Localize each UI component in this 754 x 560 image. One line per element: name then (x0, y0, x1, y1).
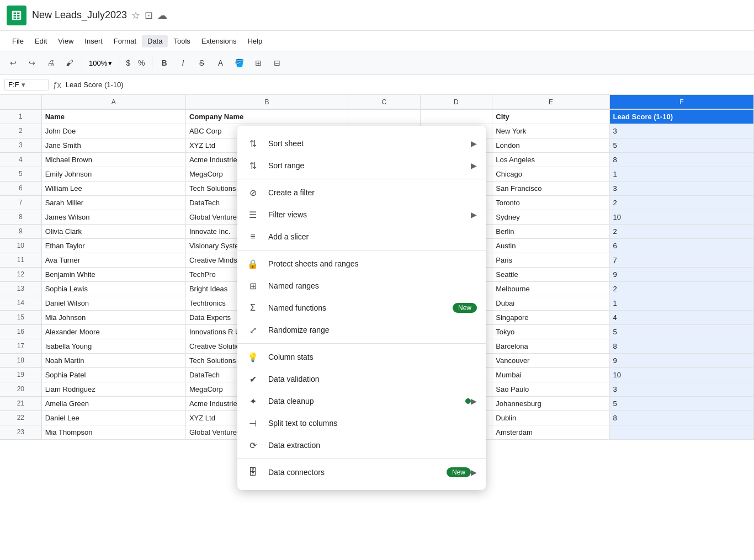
cell-22-f[interactable]: 8 (609, 410, 753, 425)
strikethrough-button[interactable]: S (193, 54, 211, 72)
cell-21-f[interactable]: 5 (609, 396, 753, 410)
cell-17-a[interactable]: Isabella Young (41, 339, 185, 353)
menu-view[interactable]: View (52, 35, 79, 47)
menu-item-named-ranges[interactable]: ⊞ Named ranges (237, 275, 486, 297)
cell-23-e[interactable]: Amsterdam (492, 425, 609, 439)
print-button[interactable]: 🖨 (42, 54, 60, 72)
cell-1-f[interactable]: Lead Score (1-10) (609, 109, 753, 124)
col-header-b[interactable]: B (185, 95, 348, 109)
cell-8-e[interactable]: Sydney (492, 210, 609, 224)
cloud-icon[interactable]: ☁ (157, 9, 167, 22)
menu-data[interactable]: Data (142, 35, 168, 47)
cell-16-a[interactable]: Alexander Moore (41, 324, 185, 339)
menu-item-named-funcs[interactable]: Σ Named functions New (237, 297, 486, 319)
cell-7-a[interactable]: Sarah Miller (41, 195, 185, 210)
cell-22-e[interactable]: Dublin (492, 410, 609, 425)
cell-8-f[interactable]: 10 (609, 210, 753, 224)
cell-18-a[interactable]: Noah Martin (41, 353, 185, 367)
col-header-d[interactable]: D (420, 95, 492, 109)
col-header-e[interactable]: E (492, 95, 609, 109)
cell-9-f[interactable]: 2 (609, 224, 753, 238)
cell-20-a[interactable]: Liam Rodriguez (41, 382, 185, 396)
cell-2-e[interactable]: New York (492, 124, 609, 138)
text-color-button[interactable]: A (212, 54, 230, 72)
fill-color-button[interactable]: 🪣 (231, 54, 248, 72)
menu-format[interactable]: Format (108, 35, 142, 47)
menu-file[interactable]: File (7, 35, 29, 47)
cell-4-f[interactable]: 8 (609, 152, 753, 167)
merge-button[interactable]: ⊟ (268, 54, 286, 72)
col-header-f[interactable]: F (609, 95, 753, 109)
menu-item-sort-range[interactable]: ⇅ Sort range ▶ (237, 154, 486, 177)
cell-15-e[interactable]: Singapore (492, 310, 609, 324)
menu-item-data-cleanup[interactable]: ✦ Data cleanup ▶ (237, 390, 486, 412)
cell-23-f[interactable] (609, 425, 753, 439)
menu-item-protect[interactable]: 🔒 Protect sheets and ranges (237, 253, 486, 275)
col-header-a[interactable]: A (41, 95, 185, 109)
cell-6-f[interactable]: 3 (609, 181, 753, 195)
cell-7-f[interactable]: 2 (609, 195, 753, 210)
cell-18-e[interactable]: Vancouver (492, 353, 609, 367)
cell-3-f[interactable]: 5 (609, 138, 753, 152)
cell-11-f[interactable]: 7 (609, 253, 753, 267)
cell-19-a[interactable]: Sophia Patel (41, 367, 185, 382)
menu-extensions[interactable]: Extensions (196, 35, 242, 47)
cell-10-e[interactable]: Austin (492, 238, 609, 253)
cell-3-e[interactable]: London (492, 138, 609, 152)
cell-1-a[interactable]: Name (41, 109, 185, 124)
menu-tools[interactable]: Tools (168, 35, 195, 47)
cell-10-a[interactable]: Ethan Taylor (41, 238, 185, 253)
cell-1-e[interactable]: City (492, 109, 609, 124)
menu-item-filter-views[interactable]: ☰ Filter views ▶ (237, 204, 486, 226)
paint-format-button[interactable]: 🖌 (61, 54, 78, 72)
cell-14-f[interactable]: 1 (609, 296, 753, 310)
cell-18-f[interactable]: 9 (609, 353, 753, 367)
menu-item-split-text[interactable]: ⊣ Split text to columns (237, 412, 486, 434)
cell-12-a[interactable]: Benjamin White (41, 267, 185, 281)
col-header-c[interactable]: C (348, 95, 420, 109)
cell-2-f[interactable]: 3 (609, 124, 753, 138)
cell-8-a[interactable]: James Wilson (41, 210, 185, 224)
cell-3-a[interactable]: Jane Smith (41, 138, 185, 152)
menu-item-create-filter[interactable]: ⊘ Create a filter (237, 182, 486, 204)
cell-1-d[interactable] (420, 109, 492, 124)
cell-21-e[interactable]: Johannesburg (492, 396, 609, 410)
cell-14-a[interactable]: Daniel Wilson (41, 296, 185, 310)
cell-13-f[interactable]: 2 (609, 281, 753, 296)
menu-item-sort-sheet[interactable]: ⇅ Sort sheet ▶ (237, 132, 486, 154)
cell-4-e[interactable]: Los Angeles (492, 152, 609, 167)
redo-button[interactable]: ↪ (23, 54, 41, 72)
menu-edit[interactable]: Edit (29, 35, 52, 47)
cell-1-c[interactable] (348, 109, 420, 124)
star-icon[interactable]: ☆ (131, 9, 140, 22)
cell-15-f[interactable]: 4 (609, 310, 753, 324)
cell-15-a[interactable]: Mia Johnson (41, 310, 185, 324)
undo-button[interactable]: ↩ (4, 54, 22, 72)
menu-item-add-slicer[interactable]: ≡ Add a slicer (237, 226, 486, 248)
cell-9-e[interactable]: Berlin (492, 224, 609, 238)
folder-icon[interactable]: ⊡ (145, 9, 153, 22)
cell-19-e[interactable]: Mumbai (492, 367, 609, 382)
menu-item-col-stats[interactable]: 💡 Column stats (237, 346, 486, 368)
cell-22-a[interactable]: Daniel Lee (41, 410, 185, 425)
menu-insert[interactable]: Insert (79, 35, 108, 47)
cell-13-e[interactable]: Melbourne (492, 281, 609, 296)
cell-6-a[interactable]: William Lee (41, 181, 185, 195)
bold-button[interactable]: B (156, 54, 173, 72)
percent-button[interactable]: % (135, 57, 148, 68)
menu-item-data-extract[interactable]: ⟳ Data extraction (237, 434, 486, 456)
menu-item-data-conn[interactable]: 🗄 Data connectors New▶ (237, 461, 486, 483)
cell-21-a[interactable]: Amelia Green (41, 396, 185, 410)
cell-11-a[interactable]: Ava Turner (41, 253, 185, 267)
cell-6-e[interactable]: San Francisco (492, 181, 609, 195)
cell-12-f[interactable]: 9 (609, 267, 753, 281)
cell-17-f[interactable]: 8 (609, 339, 753, 353)
cell-9-a[interactable]: Olivia Clark (41, 224, 185, 238)
currency-button[interactable]: $ (123, 57, 134, 68)
menu-help[interactable]: Help (242, 35, 268, 47)
cell-4-a[interactable]: Michael Brown (41, 152, 185, 167)
cell-16-e[interactable]: Tokyo (492, 324, 609, 339)
cell-5-a[interactable]: Emily Johnson (41, 167, 185, 181)
cell-23-a[interactable]: Mia Thompson (41, 425, 185, 439)
cell-19-f[interactable]: 10 (609, 367, 753, 382)
